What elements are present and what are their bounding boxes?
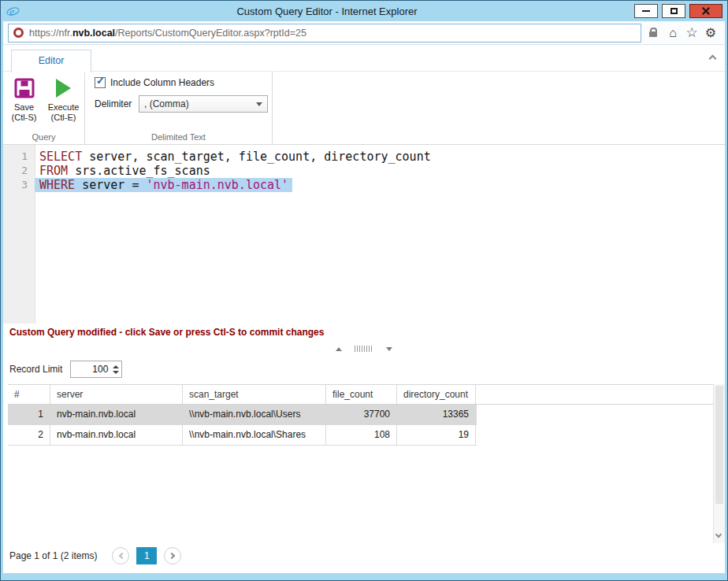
table-cell: nvb-main.nvb.local <box>50 425 183 445</box>
execute-button[interactable]: Execute(Ctl-E) <box>45 76 83 123</box>
code-line[interactable]: 2FROM srs.active_fs_scans <box>3 164 725 178</box>
grid-header-row: #serverscan_targetfile_countdirectory_co… <box>8 384 713 405</box>
prev-page-button[interactable] <box>112 547 129 564</box>
chevron-down-icon <box>256 102 262 106</box>
spinner-down-icon[interactable] <box>113 371 119 374</box>
maximize-icon <box>670 8 678 14</box>
checkbox-box: ✓ <box>95 77 106 88</box>
chevron-right-icon <box>169 553 175 559</box>
table-row[interactable]: 1nvb-main.nvb.local\\nvb-main.nvb.local\… <box>8 405 477 425</box>
table-cell: 37700 <box>326 405 397 424</box>
spinner-up-icon[interactable] <box>113 365 119 368</box>
save-button[interactable]: Save(Ctl-S) <box>6 76 43 123</box>
record-limit-label: Record Limit <box>9 364 62 375</box>
scrollbar-thumb[interactable] <box>715 386 723 504</box>
code-line[interactable]: 1SELECT server, scan_target, file_count,… <box>3 150 725 164</box>
checkbox-label: Include Column Headers <box>110 77 214 88</box>
pager-summary: Page 1 of 1 (2 items) <box>9 550 97 561</box>
table-cell: nvb-main.nvb.local <box>50 405 183 424</box>
chevron-left-icon <box>119 553 125 559</box>
url-text: https://nfr.nvb.local/Reports/CustomQuer… <box>29 28 306 39</box>
current-page-button[interactable]: 1 <box>136 547 157 564</box>
column-header[interactable]: directory_count <box>397 385 476 404</box>
splitter[interactable] <box>3 342 725 355</box>
toolbar-group-delimited-text: ✓ Include Column Headers Delimiter , (Co… <box>85 72 273 144</box>
ie-logo-icon: e <box>6 4 20 18</box>
page-content: Editor Save(Ctl-S) <box>3 45 725 573</box>
toolbar-group-query: Save(Ctl-S) Execute(Ctl-E) Query <box>3 72 85 144</box>
code-line[interactable]: 3WHERE server = 'nvb-main.nvb.local' <box>3 178 725 192</box>
table-cell: 13365 <box>397 405 476 424</box>
tab-editor[interactable]: Editor <box>11 50 91 72</box>
delimiter-value: , (Comma) <box>144 98 256 109</box>
line-number: 1 <box>3 150 35 164</box>
check-icon: ✓ <box>96 75 105 87</box>
column-header[interactable]: server <box>50 385 183 404</box>
site-favicon-icon[interactable] <box>13 28 24 38</box>
delimiter-label: Delimiter <box>95 98 139 109</box>
record-limit-row: Record Limit 100 <box>9 360 122 379</box>
table-cell: 1 <box>8 405 50 424</box>
table-cell: \\nvb-main.nvb.local\Users <box>183 405 326 424</box>
line-number: 3 <box>3 178 35 192</box>
results-grid: #serverscan_targetfile_countdirectory_co… <box>8 384 713 446</box>
group-label-query: Query <box>3 132 84 142</box>
floppy-disk-icon <box>13 76 35 101</box>
column-header[interactable]: file_count <box>326 385 397 404</box>
play-icon <box>56 76 71 101</box>
record-limit-input[interactable]: 100 <box>70 361 122 378</box>
collapse-panel-chevron-icon[interactable] <box>709 55 717 63</box>
minimize-button[interactable] <box>634 4 658 18</box>
address-bar: https://nfr.nvb.local/Reports/CustomQuer… <box>3 21 725 45</box>
results-scrollbar[interactable] <box>713 384 725 543</box>
code-line-text: SELECT server, scan_target, file_count, … <box>35 150 431 164</box>
next-page-button[interactable] <box>164 547 181 564</box>
table-cell: 19 <box>397 425 476 445</box>
favorites-star-icon[interactable]: ☆ <box>682 22 701 44</box>
toolbar: Save(Ctl-S) Execute(Ctl-E) Query ✓ Inclu… <box>3 72 725 145</box>
table-cell: \\nvb-main.nvb.local\Shares <box>183 425 326 445</box>
splitter-grip-icon[interactable] <box>355 346 373 352</box>
home-icon[interactable]: ⌂ <box>663 22 682 44</box>
splitter-down-icon[interactable] <box>386 347 392 351</box>
include-column-headers-checkbox[interactable]: ✓ Include Column Headers <box>95 77 272 88</box>
window-title: Custom Query Editor - Internet Explorer <box>20 6 634 17</box>
table-cell: 2 <box>8 425 50 445</box>
browser-window: e Custom Query Editor - Internet Explore… <box>0 0 728 581</box>
address-input[interactable]: https://nfr.nvb.local/Reports/CustomQuer… <box>8 24 641 43</box>
delimiter-dropdown[interactable]: , (Comma) <box>139 95 268 113</box>
line-number: 2 <box>3 164 35 178</box>
execute-button-label: Execute(Ctl-E) <box>48 102 80 123</box>
splitter-up-icon[interactable] <box>336 347 342 351</box>
save-button-label: Save(Ctl-S) <box>12 102 37 123</box>
pager: Page 1 of 1 (2 items) 1 <box>9 547 181 564</box>
column-header[interactable]: # <box>8 385 50 404</box>
tab-strip: Editor <box>3 45 725 72</box>
group-label-delimited-text: Delimited Text <box>85 132 272 142</box>
code-line-text: FROM srs.active_fs_scans <box>35 164 210 178</box>
minimize-icon <box>642 10 650 12</box>
grid-body: 1nvb-main.nvb.local\\nvb-main.nvb.local\… <box>8 405 713 446</box>
status-message: Custom Query modified - click Save or pr… <box>9 327 709 338</box>
table-row[interactable]: 2nvb-main.nvb.local\\nvb-main.nvb.local\… <box>8 425 477 446</box>
close-button[interactable] <box>689 4 722 18</box>
maximize-button[interactable] <box>662 4 685 18</box>
scrollbar-down-icon[interactable] <box>715 531 722 538</box>
lock-icon <box>648 28 659 37</box>
window-controls <box>634 4 722 18</box>
column-header[interactable]: scan_target <box>183 385 326 404</box>
table-cell: 108 <box>326 425 397 445</box>
settings-gear-icon[interactable]: ⚙ <box>701 22 720 44</box>
code-lines: 1SELECT server, scan_target, file_count,… <box>3 150 725 192</box>
title-bar[interactable]: e Custom Query Editor - Internet Explore… <box>1 1 727 21</box>
record-limit-value: 100 <box>71 364 110 375</box>
code-line-text: WHERE server = 'nvb-main.nvb.local' <box>35 178 292 192</box>
sql-editor[interactable]: 1SELECT server, scan_target, file_count,… <box>3 145 725 324</box>
